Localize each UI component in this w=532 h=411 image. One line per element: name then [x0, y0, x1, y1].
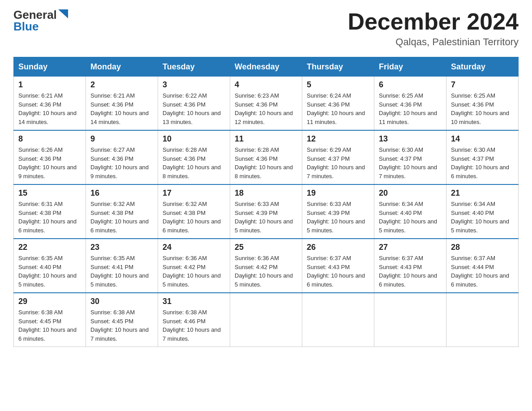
day-number: 10 — [163, 134, 225, 144]
day-number: 5 — [307, 80, 369, 90]
day-number: 31 — [163, 297, 225, 306]
day-info: Sunrise: 6:35 AM Sunset: 4:40 PM Dayligh… — [18, 254, 81, 289]
calendar-cell: 29 Sunrise: 6:38 AM Sunset: 4:45 PM Dayl… — [14, 293, 86, 347]
day-info: Sunrise: 6:27 AM Sunset: 4:36 PM Dayligh… — [90, 146, 153, 180]
day-info: Sunrise: 6:21 AM Sunset: 4:36 PM Dayligh… — [18, 91, 81, 126]
calendar-cell: 16 Sunrise: 6:32 AM Sunset: 4:38 PM Dayl… — [86, 184, 158, 239]
calendar-cell: 13 Sunrise: 6:30 AM Sunset: 4:37 PM Dayl… — [374, 130, 446, 184]
calendar-cell: 12 Sunrise: 6:29 AM Sunset: 4:37 PM Dayl… — [302, 130, 374, 184]
day-number: 3 — [163, 80, 225, 90]
calendar-cell: 30 Sunrise: 6:38 AM Sunset: 4:45 PM Dayl… — [86, 293, 158, 347]
day-info: Sunrise: 6:30 AM Sunset: 4:37 PM Dayligh… — [451, 146, 514, 180]
day-number: 26 — [307, 243, 369, 252]
day-number: 22 — [18, 243, 81, 252]
week-row-1: 1 Sunrise: 6:21 AM Sunset: 4:36 PM Dayli… — [14, 77, 519, 131]
logo-triangle-icon — [58, 9, 68, 18]
calendar-cell: 21 Sunrise: 6:34 AM Sunset: 4:40 PM Dayl… — [446, 184, 519, 239]
calendar-cell: 2 Sunrise: 6:21 AM Sunset: 4:36 PM Dayli… — [86, 77, 158, 131]
day-info: Sunrise: 6:38 AM Sunset: 4:45 PM Dayligh… — [90, 308, 153, 343]
day-info: Sunrise: 6:22 AM Sunset: 4:36 PM Dayligh… — [163, 91, 225, 126]
logo: General Blue — [13, 9, 68, 32]
day-number: 20 — [379, 188, 442, 198]
calendar-cell: 1 Sunrise: 6:21 AM Sunset: 4:36 PM Dayli… — [14, 77, 86, 131]
calendar-cell: 9 Sunrise: 6:27 AM Sunset: 4:36 PM Dayli… — [86, 130, 158, 184]
day-info: Sunrise: 6:38 AM Sunset: 4:46 PM Dayligh… — [163, 308, 225, 343]
calendar-cell — [230, 293, 302, 347]
day-info: Sunrise: 6:37 AM Sunset: 4:44 PM Dayligh… — [451, 254, 514, 289]
day-info: Sunrise: 6:37 AM Sunset: 4:43 PM Dayligh… — [379, 254, 442, 289]
day-info: Sunrise: 6:37 AM Sunset: 4:43 PM Dayligh… — [307, 254, 369, 289]
day-number: 25 — [235, 243, 297, 252]
calendar-cell: 22 Sunrise: 6:35 AM Sunset: 4:40 PM Dayl… — [14, 239, 86, 293]
day-info: Sunrise: 6:36 AM Sunset: 4:42 PM Dayligh… — [163, 254, 225, 289]
day-number: 17 — [163, 188, 225, 198]
day-info: Sunrise: 6:38 AM Sunset: 4:45 PM Dayligh… — [18, 308, 81, 343]
column-header-saturday: Saturday — [446, 57, 519, 77]
svg-marker-0 — [58, 9, 68, 18]
calendar-cell — [302, 293, 374, 347]
calendar-cell — [374, 293, 446, 347]
day-number: 6 — [379, 80, 442, 90]
column-header-friday: Friday — [374, 57, 446, 77]
day-number: 14 — [451, 134, 514, 144]
day-info: Sunrise: 6:29 AM Sunset: 4:37 PM Dayligh… — [307, 146, 369, 180]
day-info: Sunrise: 6:28 AM Sunset: 4:36 PM Dayligh… — [163, 146, 225, 180]
day-number: 18 — [235, 188, 297, 198]
day-info: Sunrise: 6:25 AM Sunset: 4:36 PM Dayligh… — [379, 91, 442, 126]
calendar-cell: 18 Sunrise: 6:33 AM Sunset: 4:39 PM Dayl… — [230, 184, 302, 239]
week-row-4: 22 Sunrise: 6:35 AM Sunset: 4:40 PM Dayl… — [14, 239, 519, 293]
day-info: Sunrise: 6:32 AM Sunset: 4:38 PM Dayligh… — [90, 200, 153, 235]
logo-blue: Blue — [13, 21, 39, 32]
day-number: 23 — [90, 243, 153, 252]
day-info: Sunrise: 6:34 AM Sunset: 4:40 PM Dayligh… — [379, 200, 442, 235]
calendar-cell: 28 Sunrise: 6:37 AM Sunset: 4:44 PM Dayl… — [446, 239, 519, 293]
day-number: 29 — [18, 297, 81, 306]
calendar-cell: 6 Sunrise: 6:25 AM Sunset: 4:36 PM Dayli… — [374, 77, 446, 131]
calendar-cell: 24 Sunrise: 6:36 AM Sunset: 4:42 PM Dayl… — [158, 239, 230, 293]
week-row-5: 29 Sunrise: 6:38 AM Sunset: 4:45 PM Dayl… — [14, 293, 519, 347]
column-header-wednesday: Wednesday — [230, 57, 302, 77]
column-header-sunday: Sunday — [14, 57, 86, 77]
day-info: Sunrise: 6:35 AM Sunset: 4:41 PM Dayligh… — [90, 254, 153, 289]
day-number: 4 — [235, 80, 297, 90]
day-number: 15 — [18, 188, 81, 198]
day-info: Sunrise: 6:32 AM Sunset: 4:38 PM Dayligh… — [163, 200, 225, 235]
day-number: 21 — [451, 188, 514, 198]
day-number: 24 — [163, 243, 225, 252]
day-info: Sunrise: 6:33 AM Sunset: 4:39 PM Dayligh… — [307, 200, 369, 235]
calendar-cell: 23 Sunrise: 6:35 AM Sunset: 4:41 PM Dayl… — [86, 239, 158, 293]
day-number: 12 — [307, 134, 369, 144]
day-number: 1 — [18, 80, 81, 90]
calendar-cell: 5 Sunrise: 6:24 AM Sunset: 4:36 PM Dayli… — [302, 77, 374, 131]
calendar-cell: 3 Sunrise: 6:22 AM Sunset: 4:36 PM Dayli… — [158, 77, 230, 131]
calendar-cell: 15 Sunrise: 6:31 AM Sunset: 4:38 PM Dayl… — [14, 184, 86, 239]
calendar-header-row: SundayMondayTuesdayWednesdayThursdayFrid… — [14, 57, 519, 77]
day-info: Sunrise: 6:25 AM Sunset: 4:36 PM Dayligh… — [451, 91, 514, 126]
day-info: Sunrise: 6:33 AM Sunset: 4:39 PM Dayligh… — [235, 200, 297, 235]
calendar-cell: 26 Sunrise: 6:37 AM Sunset: 4:43 PM Dayl… — [302, 239, 374, 293]
calendar-cell: 4 Sunrise: 6:23 AM Sunset: 4:36 PM Dayli… — [230, 77, 302, 131]
week-row-2: 8 Sunrise: 6:26 AM Sunset: 4:36 PM Dayli… — [14, 130, 519, 184]
day-info: Sunrise: 6:36 AM Sunset: 4:42 PM Dayligh… — [235, 254, 297, 289]
day-number: 2 — [90, 80, 153, 90]
day-info: Sunrise: 6:30 AM Sunset: 4:37 PM Dayligh… — [379, 146, 442, 180]
column-header-monday: Monday — [86, 57, 158, 77]
day-info: Sunrise: 6:23 AM Sunset: 4:36 PM Dayligh… — [235, 91, 297, 126]
day-info: Sunrise: 6:28 AM Sunset: 4:36 PM Dayligh… — [235, 146, 297, 180]
day-number: 11 — [235, 134, 297, 144]
calendar-cell — [446, 293, 519, 347]
calendar-subtitle: Qalqas, Palestinian Territory — [348, 36, 519, 48]
calendar-cell: 31 Sunrise: 6:38 AM Sunset: 4:46 PM Dayl… — [158, 293, 230, 347]
calendar-cell: 17 Sunrise: 6:32 AM Sunset: 4:38 PM Dayl… — [158, 184, 230, 239]
calendar-cell: 8 Sunrise: 6:26 AM Sunset: 4:36 PM Dayli… — [14, 130, 86, 184]
calendar-table: SundayMondayTuesdayWednesdayThursdayFrid… — [13, 57, 519, 347]
day-number: 8 — [18, 134, 81, 144]
page-header: General Blue December 2024 Qalqas, Pales… — [13, 9, 519, 48]
day-info: Sunrise: 6:24 AM Sunset: 4:36 PM Dayligh… — [307, 91, 369, 126]
day-number: 27 — [379, 243, 442, 252]
calendar-cell: 19 Sunrise: 6:33 AM Sunset: 4:39 PM Dayl… — [302, 184, 374, 239]
day-number: 9 — [90, 134, 153, 144]
calendar-cell: 25 Sunrise: 6:36 AM Sunset: 4:42 PM Dayl… — [230, 239, 302, 293]
day-number: 16 — [90, 188, 153, 198]
day-number: 7 — [451, 80, 514, 90]
